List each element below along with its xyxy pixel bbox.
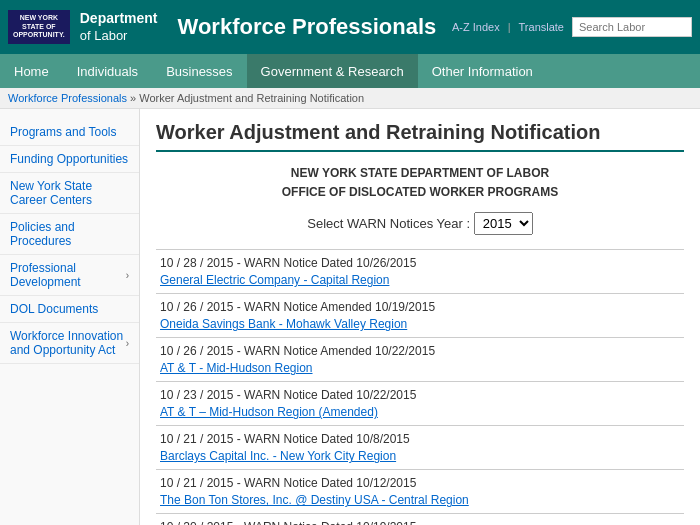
sidebar-item-funding[interactable]: Funding Opportunities — [0, 146, 139, 173]
warn-link-1[interactable]: General Electric Company - Capital Regio… — [160, 273, 389, 287]
warn-date-3: 10 / 26 / 2015 - WARN Notice Amended 10/… — [160, 344, 680, 358]
table-row: 10 / 26 / 2015 - WARN Notice Amended 10/… — [156, 294, 684, 338]
header-right: A-Z Index | Translate — [452, 17, 692, 37]
warn-link-3[interactable]: AT & T - Mid-Hudson Region — [160, 361, 313, 375]
sidebar-label-dol-docs: DOL Documents — [10, 302, 98, 316]
year-label: Select WARN Notices Year : — [307, 216, 470, 231]
sidebar-label-programs-tools: Programs and Tools — [10, 125, 117, 139]
year-selector: Select WARN Notices Year : 2013 2014 201… — [156, 212, 684, 235]
az-index-link[interactable]: A-Z Index — [452, 21, 500, 33]
dept-info-line2: OFFICE OF DISLOCATED WORKER PROGRAMS — [156, 183, 684, 202]
main-nav: Home Individuals Businesses Government &… — [0, 54, 700, 88]
dept-line1: Department — [80, 9, 158, 27]
nav-item-government-research[interactable]: Government & Research — [247, 54, 418, 88]
table-row: 10 / 28 / 2015 - WARN Notice Dated 10/26… — [156, 250, 684, 294]
dept-info-line1: NEW YORK STATE DEPARTMENT OF LABOR — [156, 164, 684, 183]
sidebar-item-programs-tools[interactable]: Programs and Tools — [0, 119, 139, 146]
nav-item-businesses[interactable]: Businesses — [152, 54, 246, 88]
chevron-right-icon-2: › — [126, 338, 129, 349]
table-row: 10 / 26 / 2015 - WARN Notice Amended 10/… — [156, 338, 684, 382]
dept-line2: of Labor — [80, 28, 158, 45]
sidebar-item-policies[interactable]: Policies and Procedures — [0, 214, 139, 255]
warn-link-2[interactable]: Oneida Savings Bank - Mohawk Valley Regi… — [160, 317, 407, 331]
sidebar-item-career-centers[interactable]: New York State Career Centers — [0, 173, 139, 214]
sidebar-label-policies: Policies and Procedures — [10, 220, 129, 248]
ny-logo-line2: STATE OF — [13, 23, 65, 31]
nav-item-other-information[interactable]: Other Information — [418, 54, 547, 88]
warn-date-2: 10 / 26 / 2015 - WARN Notice Amended 10/… — [160, 300, 680, 314]
warn-date-4: 10 / 23 / 2015 - WARN Notice Dated 10/22… — [160, 388, 680, 402]
year-dropdown[interactable]: 2013 2014 2015 2016 — [474, 212, 533, 235]
nav-item-home[interactable]: Home — [0, 54, 63, 88]
breadcrumb-current: Worker Adjustment and Retraining Notific… — [139, 92, 364, 104]
sidebar: Programs and Tools Funding Opportunities… — [0, 109, 140, 525]
breadcrumb-separator: » — [130, 92, 139, 104]
warn-link-4[interactable]: AT & T – Mid-Hudson Region (Amended) — [160, 405, 378, 419]
site-title: Workforce Professionals — [178, 14, 452, 40]
translate-link[interactable]: Translate — [519, 21, 564, 33]
table-row: 10 / 23 / 2015 - WARN Notice Dated 10/22… — [156, 382, 684, 426]
nav-item-individuals[interactable]: Individuals — [63, 54, 152, 88]
sidebar-item-professional-dev[interactable]: Professional Development › — [0, 255, 139, 296]
sidebar-label-workforce-innovation: Workforce Innovation and Opportunity Act — [10, 329, 126, 357]
warn-date-6: 10 / 21 / 2015 - WARN Notice Dated 10/12… — [160, 476, 680, 490]
sidebar-item-dol-docs[interactable]: DOL Documents — [0, 296, 139, 323]
search-input[interactable] — [572, 17, 692, 37]
ny-logo-line1: NEW YORK — [13, 14, 65, 22]
ny-logo-line3: OPPORTUNITY. — [13, 31, 65, 39]
breadcrumb-home-link[interactable]: Workforce Professionals — [8, 92, 127, 104]
dept-info: NEW YORK STATE DEPARTMENT OF LABOR OFFIC… — [156, 164, 684, 202]
warn-link-6[interactable]: The Bon Ton Stores, Inc. @ Destiny USA -… — [160, 493, 469, 507]
dept-name: Department of Labor — [80, 9, 158, 44]
warn-date-5: 10 / 21 / 2015 - WARN Notice Dated 10/8/… — [160, 432, 680, 446]
warn-date-1: 10 / 28 / 2015 - WARN Notice Dated 10/26… — [160, 256, 680, 270]
table-row: 10 / 21 / 2015 - WARN Notice Dated 10/12… — [156, 470, 684, 514]
site-header: NEW YORK STATE OF OPPORTUNITY. Departmen… — [0, 0, 700, 54]
sidebar-item-workforce-innovation[interactable]: Workforce Innovation and Opportunity Act… — [0, 323, 139, 364]
warn-link-5[interactable]: Barclays Capital Inc. - New York City Re… — [160, 449, 396, 463]
page-title: Worker Adjustment and Retraining Notific… — [156, 121, 684, 152]
content-layout: Programs and Tools Funding Opportunities… — [0, 109, 700, 525]
sidebar-label-professional-dev: Professional Development — [10, 261, 126, 289]
main-content: Worker Adjustment and Retraining Notific… — [140, 109, 700, 525]
warn-list: 10 / 28 / 2015 - WARN Notice Dated 10/26… — [156, 249, 684, 525]
header-divider: | — [508, 21, 511, 33]
ny-logo: NEW YORK STATE OF OPPORTUNITY. — [8, 10, 70, 43]
table-row: 10 / 20 / 2015 - WARN Notice Dated 10/19… — [156, 514, 684, 525]
warn-date-7: 10 / 20 / 2015 - WARN Notice Dated 10/19… — [160, 520, 680, 525]
sidebar-label-funding: Funding Opportunities — [10, 152, 128, 166]
breadcrumb: Workforce Professionals » Worker Adjustm… — [0, 88, 700, 109]
sidebar-label-career-centers: New York State Career Centers — [10, 179, 129, 207]
chevron-right-icon: › — [126, 270, 129, 281]
table-row: 10 / 21 / 2015 - WARN Notice Dated 10/8/… — [156, 426, 684, 470]
